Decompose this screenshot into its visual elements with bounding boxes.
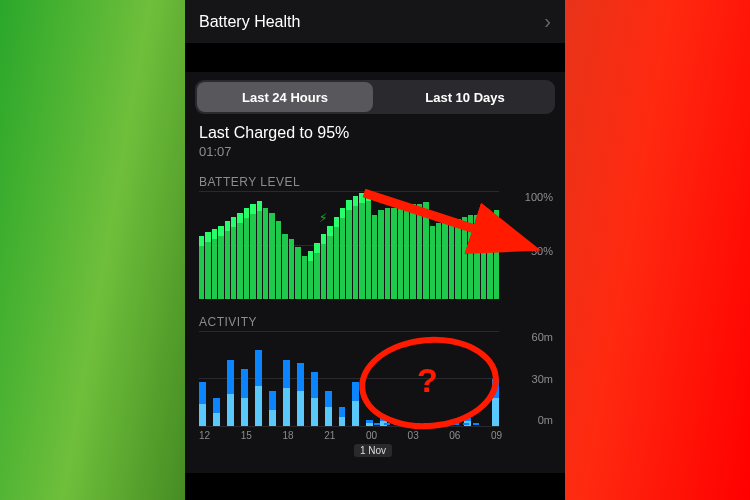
battery-bar [199,236,204,299]
segmented-control-wrap: Last 24 Hours Last 10 Days [185,72,565,118]
battery-bar [231,217,236,299]
section-gap [185,44,565,72]
activity-bar [492,379,499,427]
battery-y-100: 100% [503,191,553,203]
battery-bar [442,221,447,299]
x-tick: 03 [408,430,416,441]
activity-chart [199,331,499,426]
battery-bar [282,234,287,299]
battery-bar [289,239,294,299]
battery-bar [346,200,351,299]
battery-level-chart [199,191,499,299]
battery-bar [314,243,319,299]
activity-y-60: 60m [503,331,553,343]
background-gradient: Battery Health › Last 24 Hours Last 10 D… [0,0,750,500]
battery-bar [487,213,492,299]
battery-bar [468,215,473,299]
activity-label: ACTIVITY [185,305,565,331]
battery-health-label: Battery Health [199,13,300,31]
activity-bar [297,363,304,426]
last-charged-title: Last Charged to 95% [199,124,551,142]
battery-bar [225,221,230,299]
x-tick: 21 [324,430,332,441]
battery-bar [378,210,383,299]
battery-bar [321,234,326,299]
battery-bar [410,204,415,299]
activity-bar [199,382,206,426]
activity-bar [241,369,248,426]
activity-bar [227,360,234,427]
battery-bar [430,226,435,299]
battery-bar [244,208,249,299]
activity-bar [366,420,373,426]
battery-bar [385,208,390,299]
battery-bar [257,201,262,299]
activity-chart-block: 60m 30m 0m ? 1 Nov 12..15..18..21..00..0… [185,331,565,473]
battery-bar [449,219,454,299]
battery-bar [212,229,217,299]
battery-bar [295,247,300,299]
battery-level-chart-block: 100% 50% ⚡︎ [185,191,565,305]
battery-bar [276,221,281,299]
activity-bar [255,350,262,426]
activity-bar [213,398,220,427]
x-tick: 00 [366,430,374,441]
activity-bar [269,391,276,426]
x-tick: 15 [241,430,249,441]
activity-y-30: 30m [503,373,553,385]
x-tick: 12 [199,430,207,441]
activity-bar [283,360,290,427]
battery-bar [308,251,313,299]
x-tick: 06 [449,430,457,441]
date-badge: 1 Nov [354,444,392,457]
battery-bar [359,193,364,299]
activity-bar [464,418,471,426]
battery-bar [327,226,332,299]
tab-last-24-hours[interactable]: Last 24 Hours [197,82,373,112]
battery-bar [218,226,223,299]
battery-bar [398,206,403,299]
tab-last-10-days[interactable]: Last 10 Days [377,82,553,112]
x-tick: 09 [491,430,499,441]
battery-bar [263,208,268,299]
battery-bar [205,232,210,299]
battery-bar [423,202,428,299]
battery-health-row[interactable]: Battery Health › [185,0,565,44]
time-range-segmented-control: Last 24 Hours Last 10 Days [195,80,555,114]
battery-bar [302,256,307,299]
battery-bar [250,204,255,299]
activity-bar [352,382,359,426]
activity-bar [339,407,346,426]
last-charged-info: Last Charged to 95% 01:07 [185,118,565,165]
battery-bar [340,208,345,299]
battery-bar [462,217,467,299]
activity-bar [380,418,387,426]
battery-bar [237,213,242,299]
battery-bar [353,196,358,299]
last-charged-time: 01:07 [199,144,551,159]
battery-bar [366,191,371,299]
battery-level-label: BATTERY LEVEL [185,165,565,191]
x-tick: 18 [282,430,290,441]
battery-bar [455,219,460,299]
battery-y-50: 50% [503,245,553,257]
battery-bar [269,213,274,299]
activity-bar [311,372,318,426]
battery-bar [391,208,396,299]
chevron-right-icon: › [544,10,551,33]
activity-x-axis: 1 Nov 12..15..18..21..00..03..06..09 [199,430,499,441]
battery-bar [417,204,422,299]
battery-bar [334,217,339,299]
activity-y-0: 0m [503,414,553,426]
activity-bar [325,391,332,426]
battery-bar [404,206,409,299]
battery-bar [436,223,441,299]
battery-bar [481,213,486,299]
phone-frame: Battery Health › Last 24 Hours Last 10 D… [185,0,565,500]
battery-bar [474,215,479,299]
battery-bar [494,210,499,299]
battery-bar [372,215,377,299]
